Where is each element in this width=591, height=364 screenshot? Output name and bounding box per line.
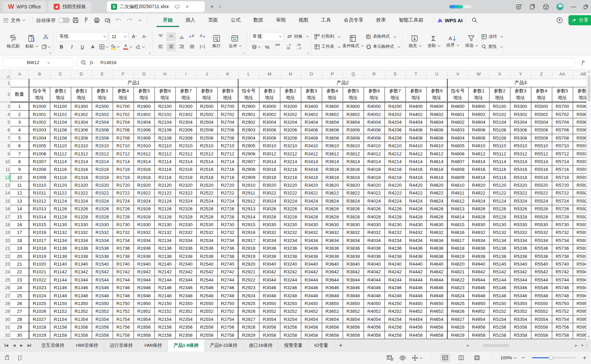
cell[interactable]: R1138 [50,252,71,260]
cell[interactable]: R1130 [50,221,71,229]
cell[interactable]: R3806 [343,126,364,134]
cell[interactable]: R5330 [510,221,531,229]
cell[interactable]: R2927 [238,315,259,323]
cell[interactable]: R1152 [50,307,71,315]
cell[interactable]: R2752 [217,307,238,315]
cell[interactable]: R4604 [426,118,447,126]
monitor-icon[interactable] [175,5,179,9]
cell[interactable]: R1546 [92,284,113,292]
cell[interactable]: R2924 [238,292,259,299]
cell[interactable]: 16 [10,221,29,229]
cell[interactable]: R2754 [217,315,238,323]
cell[interactable]: R1736 [113,244,134,252]
cell[interactable]: R4600 [426,102,447,110]
cell[interactable]: R3656 [322,323,343,331]
cell[interactable]: R1948 [134,292,154,299]
cell[interactable]: R5116 [489,165,510,173]
worksheet-button[interactable]: 工作表 [314,42,340,51]
cell[interactable]: R4408 [405,134,426,142]
cell[interactable]: R2700 [217,102,238,110]
tab-list-chevron-icon[interactable] [219,5,221,7]
cell[interactable]: R4450 [405,300,426,307]
cell[interactable]: R3650 [322,300,343,307]
col-header-T[interactable]: T [405,69,426,79]
cell[interactable]: R3658 [322,331,343,339]
cell[interactable]: R1023 [29,284,50,292]
cell[interactable]: 23 [10,276,29,284]
select-all-corner[interactable] [0,69,10,79]
col-header-S[interactable]: S [385,69,405,79]
cell[interactable]: R4222 [385,189,405,197]
cell[interactable]: R3038 [259,252,280,260]
cell[interactable]: R1542 [92,268,113,276]
row-header-29[interactable]: 29 [0,307,10,315]
decrease-decimal-button[interactable]: .00→.0 [294,42,303,51]
cell[interactable]: R4240 [385,260,405,268]
cell[interactable]: R4006 [364,126,385,134]
convert-button[interactable]: 转换 [287,32,308,41]
cell[interactable]: R4458 [405,331,426,339]
cell[interactable]: R2538 [196,252,217,260]
cell[interactable]: R3648 [322,292,343,299]
scroll-up-icon[interactable]: ▲ [588,70,590,73]
addr-header-cell[interactable]: 参数9地址 [426,87,447,101]
cell[interactable]: R3654 [322,315,343,323]
cell[interactable]: R5510 [531,142,552,150]
cell[interactable]: R4418 [405,174,426,181]
export-pdf-icon[interactable] [83,17,89,23]
cell[interactable]: R1942 [134,268,154,276]
cell[interactable]: R1005 [29,142,50,150]
cell[interactable]: 14 [10,205,29,213]
cell[interactable]: R5316 [510,165,531,173]
cell[interactable]: R2120 [154,181,175,189]
col-header-N[interactable]: N [280,69,301,79]
cell[interactable]: R1116 [50,165,71,173]
col-header-X[interactable]: X [489,69,510,79]
col-header-Q[interactable]: Q [343,69,364,79]
cell[interactable]: R2302 [175,110,196,118]
cell[interactable]: R1538 [92,252,113,260]
cell[interactable]: 21 [10,260,29,268]
cell[interactable]: R1508 [92,134,113,142]
cell[interactable]: R2326 [175,205,196,213]
cell[interactable]: R4226 [385,205,405,213]
cell[interactable]: R3804 [343,118,364,126]
cell[interactable]: R5352 [510,307,531,315]
cell[interactable]: R4048 [364,292,385,299]
cell[interactable]: R5324 [510,197,531,205]
addr-header-cell[interactable]: 参数6地址 [364,87,385,101]
cell[interactable]: R2903 [238,126,259,134]
cell[interactable]: R2330 [175,221,196,229]
cell[interactable]: R1906 [134,126,154,134]
cell[interactable]: R5310 [510,142,531,150]
cell[interactable]: R4650 [426,300,447,307]
cell[interactable]: R2314 [175,158,196,165]
col-header-D[interactable]: D [71,69,92,79]
cell[interactable]: R2742 [217,268,238,276]
cell[interactable]: R3446 [301,284,322,292]
cell[interactable]: R5750 [552,300,573,307]
cell[interactable]: R1344 [71,276,92,284]
cell[interactable]: R4636 [426,244,447,252]
filter-button[interactable]: 筛选 [462,32,480,52]
cell[interactable]: R1025 [29,300,50,307]
wps-ai-button[interactable]: WPS AI [437,18,463,23]
cell[interactable]: R4654 [426,315,447,323]
cell[interactable]: R1108 [50,134,71,142]
bold-button[interactable]: B [57,42,66,51]
cell[interactable]: R4022 [364,189,385,197]
cell[interactable]: R5530 [531,221,552,229]
cell[interactable]: R1506 [92,126,113,134]
cell[interactable]: 17 [10,229,29,236]
cell[interactable]: R1340 [71,260,92,268]
sheet-tab-0[interactable]: 交互非保持 [36,339,71,352]
cell[interactable]: R4052 [364,307,385,315]
cell[interactable]: R1750 [113,300,134,307]
vertical-scrollbar[interactable]: ▲ ▼ [586,69,591,339]
cell[interactable]: R3630 [322,221,343,229]
cell[interactable]: R4950 [468,300,489,307]
sheet-tab-4-active[interactable]: 产品1-8保持 [168,339,204,352]
cell[interactable]: R3046 [259,284,280,292]
cell[interactable]: R1720 [113,181,134,189]
cell[interactable]: R4632 [426,229,447,236]
